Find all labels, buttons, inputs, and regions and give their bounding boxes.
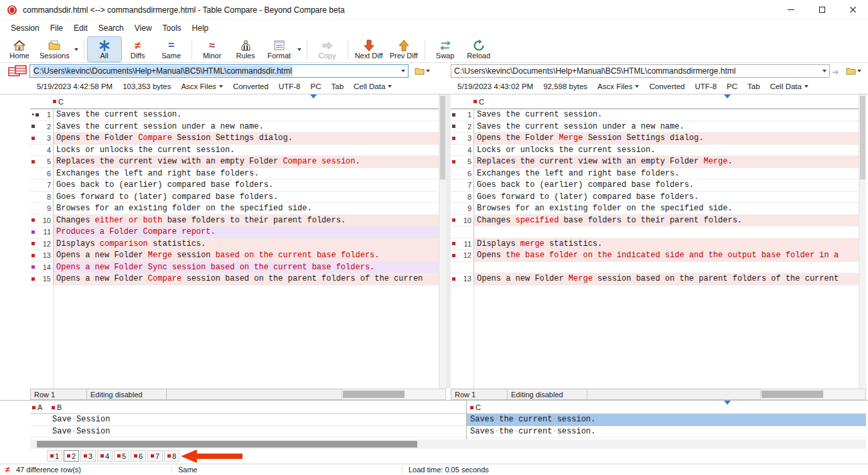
- row-text[interactable]: Saves the current session under a new na…: [474, 121, 859, 133]
- grid-row[interactable]: 7Goes back to (earlier) compared base fo…: [30, 180, 439, 192]
- right-path-input[interactable]: C:\Users\kevinc\Documents\Help+Manual\BC…: [451, 64, 830, 78]
- left-vscroll-thumb[interactable]: [440, 96, 445, 180]
- menu-view[interactable]: View: [129, 21, 157, 35]
- grid-row[interactable]: 15Opens a new Folder Compare session bas…: [30, 273, 439, 285]
- row-text[interactable]: Opens a new Folder Merge session based o…: [54, 250, 439, 261]
- grid-row[interactable]: 5Replaces the current view with an empty…: [30, 156, 439, 168]
- grid-row[interactable]: 10Changes either or both base folders to…: [30, 215, 439, 227]
- column-tab-3[interactable]: 3: [80, 450, 96, 462]
- row-text[interactable]: Saves the current session.: [54, 109, 439, 121]
- swap-button[interactable]: Swap: [429, 37, 462, 62]
- format-button[interactable]: Format: [263, 37, 296, 62]
- detail-column-c[interactable]: C: [470, 401, 481, 414]
- left-pane-hscroll-thumb[interactable]: [343, 391, 405, 398]
- grid-row[interactable]: 3Opens the Folder Merge Session Settings…: [451, 133, 859, 145]
- grid-row[interactable]: 12Displays comparison statistics.: [30, 239, 439, 251]
- filter-same-button[interactable]: = Same: [155, 37, 188, 62]
- row-text[interactable]: Locks or unlocks the current session.: [54, 145, 439, 156]
- right-pane-hscrollbar[interactable]: [760, 389, 866, 400]
- left-vertical-scrollbar[interactable]: [439, 94, 446, 389]
- row-text[interactable]: Saves the current session under a new na…: [54, 121, 439, 133]
- right-vertical-scrollbar[interactable]: [859, 94, 866, 389]
- right-path-dropdown[interactable]: [820, 70, 829, 72]
- row-text[interactable]: Replaces the current view with an empty …: [54, 156, 439, 167]
- sessions-button[interactable]: Sessions: [36, 37, 73, 62]
- next-diff-button[interactable]: Next Diff: [352, 37, 386, 62]
- row-text[interactable]: Displays merge statistics.: [474, 239, 859, 250]
- grid-row[interactable]: 1Saves the current session.: [451, 109, 859, 121]
- right-view-mode-dropdown[interactable]: Cell Data: [770, 82, 808, 90]
- menu-edit[interactable]: Edit: [68, 21, 93, 35]
- rules-button[interactable]: Rules: [229, 37, 263, 62]
- grid-row[interactable]: 13Opens a new Folder Merge session based…: [451, 273, 859, 285]
- row-text[interactable]: Displays comparison statistics.: [54, 239, 439, 250]
- grid-row[interactable]: 9Browses for an existing folder on the s…: [30, 203, 439, 215]
- detail-column-b[interactable]: B: [52, 401, 62, 414]
- detail-cell-left[interactable]: Save·Session: [30, 414, 466, 426]
- reload-button[interactable]: Reload: [462, 37, 496, 62]
- left-encoding[interactable]: UTF-8: [279, 82, 301, 90]
- right-browse-button[interactable]: [843, 64, 864, 78]
- grid-row[interactable]: 9Browses for an existing folder on the s…: [451, 203, 859, 215]
- menu-search[interactable]: Search: [93, 21, 129, 35]
- grid-row[interactable]: 14Opens a new Folder Sync session based …: [30, 262, 439, 274]
- right-vscroll-thumb[interactable]: [860, 96, 865, 180]
- filter-diffs-button[interactable]: ≠ Diffs: [121, 37, 155, 62]
- left-line-endings[interactable]: PC: [311, 82, 321, 90]
- left-browse-button[interactable]: [411, 64, 433, 78]
- grid-row[interactable]: ▸1Saves the current session.: [30, 109, 439, 121]
- left-conversion-status[interactable]: Converted: [233, 82, 269, 90]
- menu-tools[interactable]: Tools: [157, 21, 187, 35]
- grid-row[interactable]: 8Goes forward to (later) compared base f…: [451, 192, 859, 204]
- row-text[interactable]: Goes forward to (later) compared base fo…: [54, 192, 439, 203]
- pane-splitter[interactable]: [446, 94, 451, 389]
- filter-all-button[interactable]: All: [88, 37, 121, 62]
- grid-row[interactable]: 3Opens the Folder Compare Session Settin…: [30, 133, 439, 145]
- row-text[interactable]: Changes specified base folders to their …: [474, 215, 859, 226]
- row-text[interactable]: Locks or unlocks the current session.: [474, 145, 859, 156]
- row-text[interactable]: Opens the base folder on the indicated s…: [474, 250, 859, 261]
- row-text[interactable]: Exchanges the left and right base folder…: [474, 168, 859, 180]
- prev-diff-button[interactable]: Prev Diff: [386, 37, 421, 62]
- row-text[interactable]: Changes either or both base folders to t…: [54, 215, 439, 226]
- row-text[interactable]: Browses for an existing folder on the sp…: [474, 203, 859, 214]
- row-text[interactable]: Opens a new Folder Compare session based…: [54, 273, 439, 285]
- menu-file[interactable]: File: [45, 21, 68, 35]
- grid-row[interactable]: 11Produces a Folder Compare report.: [30, 226, 439, 239]
- row-text[interactable]: Goes back to (earlier) compared base fol…: [474, 180, 859, 191]
- grid-row[interactable]: 8Goes forward to (later) compared base f…: [30, 192, 439, 204]
- right-encoding[interactable]: UTF-8: [695, 82, 717, 90]
- right-format-dropdown[interactable]: Ascx Files: [597, 82, 639, 90]
- row-text[interactable]: Goes back to (earlier) compared base fol…: [54, 180, 439, 191]
- right-pane-hscroll-thumb[interactable]: [762, 391, 823, 398]
- row-text[interactable]: Saves the current session.: [474, 109, 859, 121]
- format-dropdown[interactable]: [296, 40, 303, 60]
- column-tab-6[interactable]: 6: [131, 450, 146, 462]
- row-text[interactable]: Browses for an existing folder on the sp…: [54, 203, 439, 214]
- maximize-button[interactable]: [806, 0, 837, 19]
- row-text[interactable]: Opens the Folder Merge Session Settings …: [474, 133, 859, 144]
- detail-column-a[interactable]: A: [32, 401, 42, 414]
- row-text[interactable]: Opens the Folder Compare Session Setting…: [54, 133, 439, 144]
- left-column-header[interactable]: C: [30, 94, 439, 109]
- column-tab-7[interactable]: 7: [147, 450, 163, 462]
- row-text[interactable]: Opens a new Folder Merge session based o…: [474, 273, 859, 285]
- home-button[interactable]: Home: [3, 37, 36, 62]
- close-button[interactable]: [837, 0, 868, 19]
- column-tab-4[interactable]: 4: [97, 450, 113, 462]
- grid-row[interactable]: 2Saves the current session under a new n…: [30, 121, 439, 133]
- detail-cell-right[interactable]: Saves·the·current·session.: [467, 426, 866, 438]
- row-text[interactable]: Goes forward to (later) compared base fo…: [474, 192, 859, 203]
- left-pane-hscrollbar[interactable]: [342, 389, 446, 400]
- copy-button[interactable]: Copy: [311, 37, 344, 62]
- grid-row[interactable]: 10Changes specified base folders to thei…: [451, 215, 859, 227]
- row-text[interactable]: Exchanges the left and right base folder…: [54, 168, 439, 180]
- row-text[interactable]: Replaces the current view with an empty …: [474, 156, 859, 167]
- grid-row[interactable]: 4Locks or unlocks the current session.: [30, 145, 439, 157]
- grid-row[interactable]: 6Exchanges the left and right base folde…: [30, 168, 439, 180]
- grid-row[interactable]: 11Displays merge statistics.: [451, 239, 859, 251]
- grid-row[interactable]: 2Saves the current session under a new n…: [451, 121, 859, 133]
- column-tab-2[interactable]: 2: [64, 450, 79, 462]
- detail-cell-right[interactable]: Saves·the·current·session.: [467, 414, 866, 426]
- left-path-dropdown[interactable]: [399, 70, 408, 72]
